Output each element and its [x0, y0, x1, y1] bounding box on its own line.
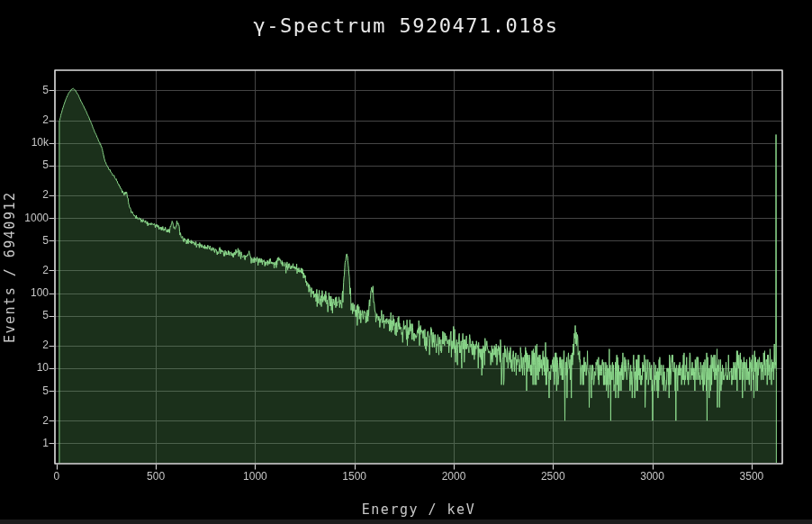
x-tick-label: 1000	[228, 470, 282, 483]
spectrum-plot-area[interactable]	[0, 0, 812, 524]
chart-title: γ-Spectrum 5920471.018s	[0, 14, 812, 37]
x-tick-label: 3500	[725, 470, 779, 483]
window-bottom-edge	[0, 519, 812, 524]
x-tick-label: 3000	[626, 470, 680, 483]
y-tick-label: 2	[0, 414, 49, 428]
y-tick-label: 5	[0, 384, 49, 398]
x-tick-label: 2500	[526, 470, 580, 483]
y-tick-label: 5	[0, 234, 49, 248]
x-tick-label: 500	[129, 470, 183, 483]
y-tick-label: 100	[0, 286, 49, 300]
x-axis-label: Energy / keV	[55, 501, 782, 518]
y-tick-label: 2	[0, 113, 49, 127]
y-tick-label: 2	[0, 264, 49, 277]
y-tick-label: 5	[0, 84, 49, 97]
y-tick-label: 2	[0, 188, 49, 202]
spectrum-window: { "chart": { "title": "γ-Spectrum 592047…	[0, 0, 812, 524]
y-tick-label: 2	[0, 339, 49, 352]
x-tick-label: 2000	[427, 470, 481, 483]
y-tick-label: 10	[0, 361, 49, 375]
y-tick-label: 1	[0, 437, 49, 450]
y-tick-label: 10k	[0, 136, 49, 149]
y-tick-label: 5	[0, 158, 49, 172]
x-tick-label: 0	[30, 470, 84, 483]
x-tick-label: 1500	[328, 470, 382, 483]
y-tick-label: 5	[0, 309, 49, 322]
y-tick-label: 1000	[0, 212, 49, 225]
